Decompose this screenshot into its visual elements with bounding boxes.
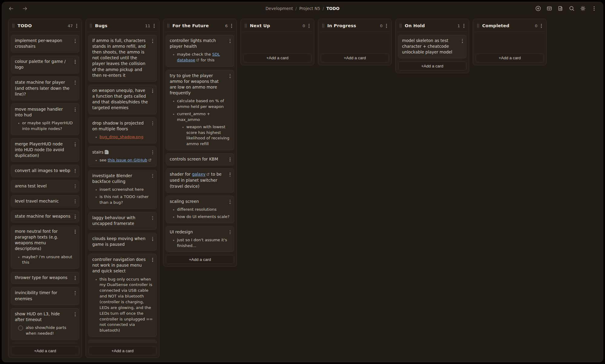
card-menu-icon[interactable] bbox=[74, 229, 77, 235]
breadcrumb-item-project[interactable]: Project N5 bbox=[299, 6, 320, 11]
card[interactable]: convert all images to webp bbox=[11, 165, 79, 177]
card-menu-icon[interactable] bbox=[74, 290, 77, 296]
card-menu-icon[interactable] bbox=[74, 184, 77, 189]
card[interactable]: controls screen for KBM bbox=[166, 153, 234, 165]
card-menu-icon[interactable] bbox=[229, 38, 231, 44]
card-bullets: maybe? i'm unsure about this bbox=[15, 254, 75, 266]
back-arrow-icon[interactable] bbox=[8, 5, 14, 12]
card-menu-icon[interactable] bbox=[151, 88, 154, 94]
add-card-button[interactable]: +Add a card bbox=[11, 346, 79, 355]
card[interactable]: merge PlayerHUD node into HUD node (to a… bbox=[11, 138, 79, 162]
plus-circle-icon[interactable] bbox=[535, 5, 541, 12]
circle-checkbox[interactable] bbox=[18, 326, 23, 330]
card[interactable]: controller navigation does not work in p… bbox=[88, 254, 157, 337]
bullet-text: or maybe split PlayerHUD into multiple n… bbox=[22, 120, 75, 132]
drag-handle-icon[interactable] bbox=[322, 24, 325, 28]
external-link-icon bbox=[148, 158, 152, 164]
card-menu-icon[interactable] bbox=[74, 107, 77, 112]
card-menu-icon[interactable] bbox=[74, 275, 77, 281]
card-menu-icon[interactable] bbox=[151, 150, 154, 155]
bullet-text: maybe check the SDL database for this bbox=[177, 52, 230, 63]
card[interactable]: move message handler into hudor maybe sp… bbox=[11, 103, 79, 135]
drag-handle-icon[interactable] bbox=[90, 24, 92, 28]
card-menu-icon[interactable] bbox=[74, 168, 77, 174]
column-menu-icon[interactable] bbox=[463, 23, 465, 29]
card-menu-icon[interactable] bbox=[74, 59, 77, 65]
card-menu-icon[interactable] bbox=[151, 38, 154, 44]
card[interactable]: state machine for player (and others lat… bbox=[11, 76, 79, 100]
card[interactable]: implement per-weapon crosshairs bbox=[11, 35, 79, 53]
card-menu-icon[interactable] bbox=[74, 80, 77, 86]
archive-icon[interactable] bbox=[546, 5, 553, 12]
column-menu-icon[interactable] bbox=[75, 23, 78, 29]
card[interactable]: on weapon unequip, have a function that … bbox=[88, 85, 157, 114]
card[interactable]: model skeleton as test character + cheat… bbox=[398, 35, 466, 58]
card[interactable]: try to give the player ammo for weapons … bbox=[166, 70, 234, 150]
card[interactable]: colour palette for game / logo bbox=[11, 56, 79, 73]
card[interactable]: more neutral font for paragraph texts (e… bbox=[11, 226, 79, 269]
bullet-item: just so I don't assume it's finished... bbox=[170, 237, 230, 249]
drag-handle-icon[interactable] bbox=[12, 24, 15, 28]
card-menu-icon[interactable] bbox=[74, 311, 77, 317]
gear-icon[interactable] bbox=[580, 5, 586, 12]
card[interactable]: show HUD on L3, hide after timeoutalso s… bbox=[11, 308, 79, 340]
card-menu-icon[interactable] bbox=[74, 141, 77, 147]
card[interactable]: stairssee this issue on GitHub bbox=[88, 146, 157, 167]
drag-handle-icon[interactable] bbox=[244, 24, 247, 28]
card-link[interactable]: bug_drop_shadow.png bbox=[100, 135, 143, 139]
add-card-button[interactable]: +Add a card bbox=[243, 54, 312, 63]
card-menu-icon[interactable] bbox=[151, 173, 154, 179]
card-link[interactable]: this issue on GitHub bbox=[108, 158, 147, 162]
card[interactable]: arena test level bbox=[11, 180, 79, 192]
column-menu-icon[interactable] bbox=[385, 23, 388, 29]
breadcrumb-item-workspace[interactable]: Development bbox=[266, 6, 293, 11]
add-card-button[interactable]: +Add a card bbox=[321, 54, 389, 63]
card-menu-icon[interactable] bbox=[229, 73, 231, 79]
card[interactable]: thrower type for weapons bbox=[11, 272, 79, 284]
card[interactable]: invincibility timer for enemies bbox=[11, 287, 79, 305]
card[interactable]: level travel mechanic bbox=[11, 195, 79, 207]
card[interactable]: targetting an enemy through a wall shoul… bbox=[88, 340, 157, 343]
search-icon[interactable] bbox=[568, 5, 575, 12]
column-menu-icon[interactable] bbox=[308, 23, 310, 29]
forward-arrow-icon[interactable] bbox=[21, 5, 28, 12]
card-menu-icon[interactable] bbox=[74, 199, 77, 204]
add-card-button[interactable]: +Add a card bbox=[476, 54, 544, 63]
card[interactable]: clouds keep moving when game is paused bbox=[88, 233, 157, 251]
card-menu-icon[interactable] bbox=[229, 199, 231, 205]
card-menu-icon[interactable] bbox=[151, 236, 154, 242]
card[interactable]: UI redesignjust so I don't assume it's f… bbox=[166, 226, 234, 252]
card[interactable]: shader for galaxy to be used in planet s… bbox=[166, 168, 234, 192]
card-text: investigate Blender backface culling bbox=[92, 173, 132, 184]
card[interactable]: controller lights match player healthmay… bbox=[166, 35, 234, 67]
card-menu-icon[interactable] bbox=[229, 172, 231, 177]
card[interactable]: if ammo is full, characters stands in am… bbox=[88, 35, 157, 82]
card[interactable]: state machine for weapons bbox=[11, 210, 79, 223]
card-menu-icon[interactable] bbox=[229, 229, 231, 235]
card[interactable]: scaling screendifferent resolutionshow d… bbox=[166, 196, 234, 223]
column-menu-icon[interactable] bbox=[230, 23, 233, 29]
card-menu-icon[interactable] bbox=[74, 38, 77, 44]
card-menu-icon[interactable] bbox=[151, 215, 154, 221]
card-menu-icon[interactable] bbox=[229, 157, 231, 162]
card-title: arena test level bbox=[15, 183, 75, 189]
kebab-menu-icon[interactable] bbox=[591, 5, 597, 12]
card-link[interactable]: galaxy bbox=[192, 172, 205, 177]
card-menu-icon[interactable] bbox=[151, 121, 154, 126]
card[interactable]: laggy behaviour with uncapped framerate bbox=[88, 212, 157, 230]
add-card-button[interactable]: +Add a card bbox=[398, 61, 466, 70]
card[interactable]: investigate Blender backface cullinginse… bbox=[88, 170, 157, 209]
drag-handle-icon[interactable] bbox=[477, 24, 479, 28]
card-menu-icon[interactable] bbox=[151, 257, 154, 263]
drag-handle-icon[interactable] bbox=[167, 24, 170, 28]
card[interactable]: drop shadow is projected on multiple flo… bbox=[88, 117, 157, 143]
drag-handle-icon[interactable] bbox=[399, 24, 402, 28]
column-menu-icon[interactable] bbox=[540, 23, 543, 29]
document-icon[interactable] bbox=[557, 5, 564, 12]
column-menu-icon[interactable] bbox=[153, 23, 155, 29]
add-card-button[interactable]: +Add a card bbox=[166, 255, 234, 264]
card-menu-icon[interactable] bbox=[74, 214, 77, 219]
add-card-button[interactable]: +Add a card bbox=[88, 346, 157, 355]
card[interactable]: hide SubViewport environment for item pr… bbox=[11, 343, 79, 343]
card-menu-icon[interactable] bbox=[461, 38, 464, 44]
